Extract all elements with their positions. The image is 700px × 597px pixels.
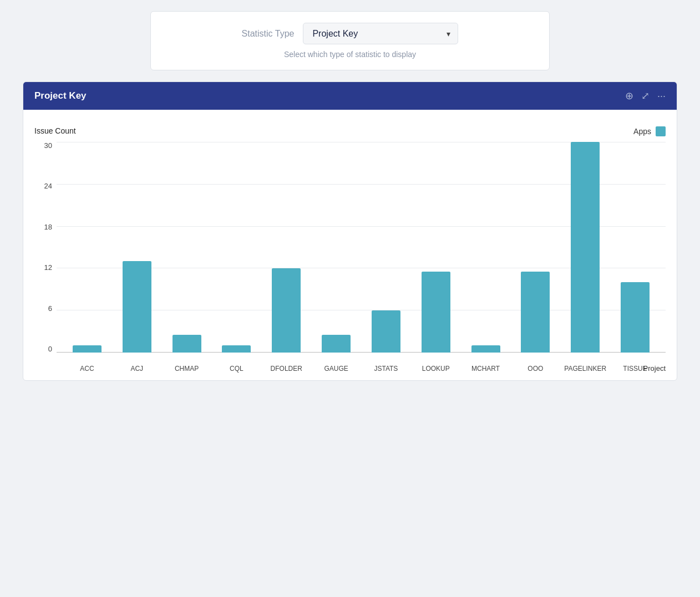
- chart-title: Project Key: [34, 90, 87, 101]
- x-tick-acc: ACC: [62, 353, 112, 375]
- y-axis-label: Issue Count: [34, 126, 76, 135]
- x-tick-mchart: MCHART: [461, 353, 511, 375]
- chart-meta: Issue Count Apps: [34, 126, 666, 136]
- y-tick-0: 0: [48, 345, 52, 353]
- expand-icon[interactable]: ⤢: [641, 90, 650, 102]
- bar-group: [261, 142, 311, 353]
- bar-group: [510, 142, 560, 353]
- bars-container: [57, 142, 666, 353]
- bar-mchart[interactable]: [471, 345, 500, 353]
- bar-lookup[interactable]: [422, 272, 450, 353]
- bar-group: [62, 142, 112, 353]
- x-tick-acj: ACJ: [112, 353, 162, 375]
- chart-area: 30 24 18 12 6 0: [34, 142, 666, 375]
- x-tick-cql: CQL: [211, 353, 261, 375]
- y-axis: 30 24 18 12 6 0: [34, 142, 57, 375]
- x-tick-ooo: OOO: [510, 353, 560, 375]
- chart-plot: ACCACJCHMAPCQLDFOLDERGAUGEJSTATSLOOKUPMC…: [57, 142, 666, 375]
- bar-dfolder[interactable]: [272, 268, 301, 353]
- bar-cql[interactable]: [222, 345, 251, 353]
- bar-group: [560, 142, 610, 353]
- x-tick-chmap: CHMAP: [162, 353, 212, 375]
- x-tick-jstats: JSTATS: [361, 353, 411, 375]
- bar-group: [411, 142, 461, 353]
- more-icon[interactable]: ···: [657, 90, 666, 102]
- move-icon[interactable]: ⊕: [625, 90, 633, 102]
- x-axis-label: Project: [643, 364, 666, 373]
- config-row: Statistic Type Project Key Issue Type Pr…: [168, 23, 532, 44]
- chart-legend: Apps: [633, 126, 666, 136]
- bar-acc[interactable]: [73, 345, 102, 353]
- x-tick-dfolder: DFOLDER: [261, 353, 311, 375]
- bar-pagelinker[interactable]: [571, 142, 600, 353]
- bar-group: [311, 142, 361, 353]
- bar-group: [461, 142, 511, 353]
- bar-group: [112, 142, 162, 353]
- bar-group: [610, 142, 660, 353]
- statistic-type-label: Statistic Type: [242, 29, 295, 39]
- chart-header-actions: ⊕ ⤢ ···: [625, 90, 666, 102]
- chart-card: Project Key ⊕ ⤢ ··· Issue Count Apps 30 …: [23, 81, 677, 381]
- bar-tissue[interactable]: [621, 282, 650, 353]
- config-panel: Statistic Type Project Key Issue Type Pr…: [150, 11, 550, 70]
- chart-header: Project Key ⊕ ⤢ ···: [23, 82, 677, 110]
- y-tick-6: 6: [48, 305, 52, 312]
- bar-jstats[interactable]: [372, 310, 400, 353]
- legend-color-box: [656, 126, 666, 136]
- x-tick-pagelinker: PAGELINKER: [560, 353, 610, 375]
- config-hint: Select which type of statistic to displa…: [284, 50, 416, 59]
- bar-acj[interactable]: [123, 261, 151, 353]
- bar-gauge[interactable]: [322, 335, 351, 353]
- bar-group: [211, 142, 261, 353]
- bar-group: [162, 142, 212, 353]
- legend-label: Apps: [633, 127, 651, 136]
- chart-body: Issue Count Apps 30 24 18 12 6 0: [23, 110, 677, 380]
- x-tick-lookup: LOOKUP: [411, 353, 461, 375]
- x-tick-gauge: GAUGE: [311, 353, 361, 375]
- y-tick-30: 30: [44, 142, 52, 149]
- statistic-type-select-wrapper[interactable]: Project Key Issue Type Priority Assignee…: [303, 23, 458, 44]
- bar-ooo[interactable]: [521, 272, 550, 353]
- bar-group: [361, 142, 411, 353]
- statistic-type-select[interactable]: Project Key Issue Type Priority Assignee…: [303, 23, 458, 44]
- y-tick-12: 12: [44, 264, 52, 271]
- y-tick-24: 24: [44, 182, 52, 190]
- y-tick-18: 18: [44, 223, 52, 231]
- x-axis: ACCACJCHMAPCQLDFOLDERGAUGEJSTATSLOOKUPMC…: [57, 353, 666, 375]
- bar-chmap[interactable]: [173, 335, 201, 353]
